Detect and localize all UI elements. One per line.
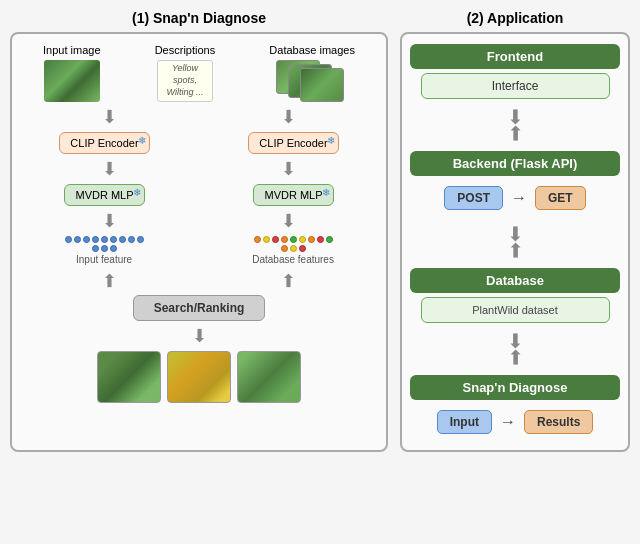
- input-image: [44, 60, 100, 102]
- search-ranking-label: Search/Ranking: [154, 301, 245, 315]
- result-image-2: [167, 351, 231, 403]
- arrow-down-2: ⬇: [281, 108, 296, 126]
- result-image-3: [237, 351, 301, 403]
- database-section: Database PlantWild dataset: [410, 268, 620, 323]
- arrow-down-4: ⬇: [281, 160, 296, 178]
- mvdr-mlp-right: MVDR MLP ❄: [253, 184, 333, 206]
- result-image-1: [97, 351, 161, 403]
- input-image-label: Input image: [43, 44, 100, 56]
- frontend-header: Frontend: [410, 44, 620, 69]
- database-images: [276, 60, 348, 102]
- interface-box: Interface: [421, 73, 610, 99]
- snapn-header: Snap'n Diagnose: [410, 375, 620, 400]
- input-feature-dots: [64, 236, 144, 252]
- descriptions-label: Descriptions: [155, 44, 216, 56]
- clip-encoder-left: CLIP Encoder ❄: [59, 132, 149, 154]
- arrow-up-right: ⬇: [281, 271, 296, 289]
- arrow-down-6: ⬇: [281, 212, 296, 230]
- search-ranking-box: Search/Ranking: [133, 295, 266, 321]
- mvdr-mlp-left: MVDR MLP ❄: [64, 184, 144, 206]
- arrow-down-1: ⬇: [102, 108, 117, 126]
- frontend-section: Frontend Interface: [410, 44, 620, 99]
- plantwild-box: PlantWild dataset: [421, 297, 610, 323]
- results-button[interactable]: Results: [524, 410, 593, 434]
- input-to-results-arrow: →: [500, 413, 516, 431]
- post-to-get-arrow: →: [511, 189, 527, 207]
- backend-section: Backend (Flask API) POST → GET: [410, 151, 620, 216]
- database-header: Database: [410, 268, 620, 293]
- text-note: Yellow spots, Wilting ...: [157, 60, 213, 102]
- get-button[interactable]: GET: [535, 186, 586, 210]
- db-feature-dots: [253, 236, 333, 252]
- arrow-down-5: ⬇: [102, 212, 117, 230]
- api-row: POST → GET: [444, 180, 585, 216]
- freeze-icon-2: ❄: [327, 135, 335, 146]
- left-panel: Input image Descriptions Yellow spots, W…: [10, 32, 388, 452]
- clip-encoder-right: CLIP Encoder ❄: [248, 132, 338, 154]
- backend-header: Backend (Flask API): [410, 151, 620, 176]
- freeze-icon-4: ❄: [322, 187, 330, 198]
- text-note-line1: Yellow spots,: [161, 63, 209, 86]
- db-features-label: Database features: [252, 254, 334, 265]
- database-images-label: Database images: [269, 44, 355, 56]
- snapn-section: Snap'n Diagnose Input → Results: [410, 375, 620, 440]
- snapn-row: Input → Results: [437, 404, 594, 440]
- text-note-line2: Wilting ...: [166, 87, 203, 99]
- right-panel: Frontend Interface ⬇ ⬇ Backend (Flask AP…: [400, 32, 630, 452]
- arrow-up-left: ⬇: [102, 271, 117, 289]
- arrow-snapn-to-database: ⬇: [507, 345, 524, 369]
- result-images: [97, 351, 301, 403]
- freeze-icon-3: ❄: [133, 187, 141, 198]
- arrow-down-results: ⬇: [192, 327, 207, 345]
- freeze-icon-1: ❄: [138, 135, 146, 146]
- post-button[interactable]: POST: [444, 186, 503, 210]
- input-button[interactable]: Input: [437, 410, 492, 434]
- arrow-database-to-backend: ⬇: [507, 238, 524, 262]
- arrow-backend-to-frontend: ⬇: [507, 121, 524, 145]
- right-panel-title: (2) Application: [467, 10, 564, 26]
- input-feature-label: Input feature: [76, 254, 132, 265]
- left-panel-title: (1) Snap'n Diagnose: [132, 10, 266, 26]
- arrow-down-3: ⬇: [102, 160, 117, 178]
